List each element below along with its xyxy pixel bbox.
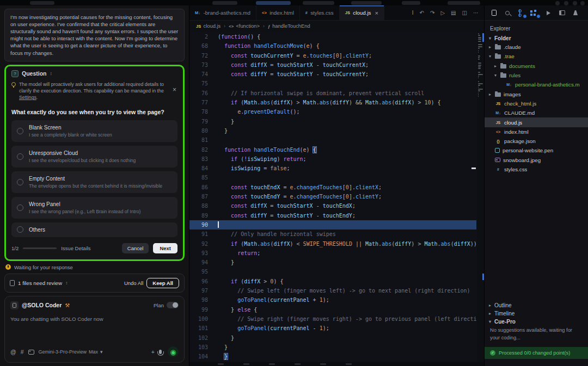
settings-link[interactable]: Settings — [19, 95, 36, 100]
option-wrong-panel[interactable]: Wrong PanelI see the wrong panel (e.g., … — [11, 197, 177, 219]
record-button[interactable]: ◉ — [168, 346, 179, 357]
code-line[interactable]: 2(function() { — [189, 32, 476, 41]
code-line[interactable]: 73 const diffX = touchStartX - touchCurr… — [189, 60, 476, 70]
code-line[interactable]: 99 } else { — [189, 305, 476, 314]
close-icon[interactable]: × — [171, 81, 177, 98]
code-line[interactable]: 94 } — [189, 258, 476, 267]
option-others[interactable]: Others — [11, 222, 177, 237]
radio-button[interactable] — [17, 153, 23, 160]
split-editor-icon[interactable]: ◫ — [462, 10, 467, 16]
more-actions-icon[interactable]: ⋯ — [473, 10, 479, 16]
code-line[interactable]: 68 function handleTouchMove(e) { — [189, 41, 476, 51]
code-line[interactable]: 74 const diffY = touchStartY - touchCurr… — [189, 70, 476, 79]
code-line[interactable]: 103 } — [189, 343, 476, 352]
search-icon[interactable] — [503, 8, 512, 18]
code-editor[interactable]: 2(function() {68 function handleTouchMov… — [189, 32, 484, 362]
option-blank-screen[interactable]: Blank ScreenI see a completely blank or … — [11, 120, 177, 142]
breadcrumb-item[interactable]: JScloud.js — [196, 23, 220, 29]
keep-all-button[interactable]: Keep All — [146, 278, 179, 288]
tab-styles-css[interactable]: #styles.css — [300, 5, 340, 20]
tree-item-images[interactable]: ▸images — [485, 89, 588, 98]
code-line[interactable]: 102 } — [189, 333, 476, 343]
code-line[interactable]: 79 } — [189, 117, 476, 126]
tree-item-snowboard-jpeg[interactable]: snowboard.jpeg — [485, 156, 588, 165]
code-line[interactable]: 85 — [189, 173, 476, 182]
undo-all-button[interactable]: Undo All — [124, 280, 143, 286]
extensions-icon[interactable] — [530, 8, 540, 18]
tree-item-personal-website-pen[interactable]: personal-website.pen — [485, 146, 588, 155]
code-line[interactable]: 100 // Swipe right (finger moves right) … — [189, 314, 476, 324]
tree-item-cloud-js[interactable]: JScloud.js — [485, 117, 588, 127]
code-line[interactable]: 77 if (Math.abs(diffX) > Math.abs(diffY)… — [189, 98, 476, 107]
layout-icon[interactable] — [557, 8, 567, 18]
breadcrumb-item[interactable]: <><function> — [229, 23, 260, 29]
code-line[interactable]: 72 const touchCurrentY = e.touches[0].cl… — [189, 51, 476, 60]
tree-item-documents[interactable]: ▸documents — [485, 61, 588, 71]
radio-button[interactable] — [17, 128, 23, 134]
code-line[interactable]: 84 isSwiping = false; — [189, 164, 476, 173]
notebook-icon[interactable]: ▤ — [451, 10, 456, 16]
tree-item-index-html[interactable]: <>index.html — [485, 127, 588, 137]
code-line[interactable]: 101 goToPanel(currentPanel - 1); — [189, 324, 476, 333]
tree-item-styles-css[interactable]: #styles.css — [485, 165, 588, 174]
radio-button[interactable] — [17, 179, 23, 185]
back-icon[interactable]: ↶ — [420, 10, 424, 16]
tree-item-check-html-js[interactable]: JScheck_html.js — [485, 99, 588, 108]
tree-item-claude[interactable]: ▸.claude — [485, 42, 588, 52]
radio-button[interactable] — [17, 226, 23, 233]
cuepro-section[interactable]: ▾ Cue-Pro — [485, 318, 588, 326]
run-debug-icon[interactable] — [543, 8, 553, 18]
code-line[interactable]: 87 const touchEndY = e.changedTouches[0]… — [189, 192, 476, 201]
option-unresponsive-cloud[interactable]: Unresponsive CloudI see the envelope/clo… — [11, 146, 177, 168]
code-line[interactable]: 88 const diffX = touchStartX - touchEndX… — [189, 201, 476, 210]
run-icon[interactable]: ▷ — [440, 10, 445, 16]
cancel-button[interactable]: Cancel — [122, 243, 149, 253]
plan-toggle[interactable] — [167, 302, 179, 308]
code-line[interactable]: 90 — [189, 220, 476, 229]
code-line[interactable]: 76 // If horizontal swipe is dominant, p… — [189, 89, 476, 98]
tree-item-trae[interactable]: ▾.trae — [485, 52, 588, 61]
code-line[interactable]: 92 if (Math.abs(diffX) < SWIPE_THRESHOLD… — [189, 239, 476, 249]
workspace-section[interactable]: ▾ Folder — [485, 34, 588, 42]
model-selector[interactable]: Gemini-3-Pro-Preview Max ▾ — [39, 349, 103, 355]
text-cursor-icon[interactable]: I — [412, 10, 414, 16]
code-line[interactable]: 93 return; — [189, 249, 476, 258]
radio-button[interactable] — [17, 204, 23, 211]
outline-section[interactable]: ▸ Outline — [485, 301, 588, 309]
expand-icon[interactable]: ↕ — [65, 281, 68, 286]
code-line[interactable]: 91 // Only handle horizontal swipes — [189, 229, 476, 239]
close-tab-icon[interactable]: × — [375, 10, 378, 16]
source-control-icon[interactable] — [516, 8, 526, 18]
option-empty-content[interactable]: Empty ContentThe envelope opens but the … — [11, 171, 177, 193]
code-line[interactable]: 82 function handleTouchEnd(e) { — [189, 145, 476, 154]
code-line[interactable]: 80 } — [189, 126, 476, 135]
files-icon[interactable] — [489, 8, 499, 18]
attach-image-icon[interactable] — [28, 350, 34, 355]
code-line[interactable]: 95 — [189, 267, 476, 276]
tree-item-claude-md[interactable]: M↓CLAUDE.md — [485, 108, 588, 117]
test-icon[interactable] — [571, 8, 580, 18]
code-line[interactable]: 75 — [189, 79, 476, 88]
code-line[interactable]: 98 goToPanel(currentPanel + 1); — [189, 295, 476, 305]
code-line[interactable]: 96 if (diffX > 0) { — [189, 277, 476, 286]
code-line[interactable]: 83 if (!isSwiping) return; — [189, 154, 476, 164]
tab-index-html[interactable]: <>index.html — [256, 5, 300, 20]
forward-icon[interactable]: ↷ — [430, 10, 434, 16]
code-line[interactable]: 97 // Swipe left (finger moves left) -> … — [189, 286, 476, 295]
mic-icon[interactable] — [159, 350, 162, 354]
breadcrumb-item[interactable]: ƒhandleTouchEnd — [268, 23, 310, 29]
hash-icon[interactable]: # — [21, 349, 24, 355]
sort-icon[interactable]: ↕ — [50, 71, 53, 76]
code-line[interactable]: 78 e.preventDefault(); — [189, 107, 476, 116]
tree-item-rules[interactable]: ▾rules — [485, 71, 588, 80]
tree-item-package-json[interactable]: {}package.json — [485, 137, 588, 146]
timeline-section[interactable]: ▸ Timeline — [485, 309, 588, 318]
code-line[interactable]: 81 — [189, 135, 476, 145]
code-line[interactable]: 86 const touchEndX = e.changedTouches[0]… — [189, 183, 476, 192]
code-line[interactable]: 89 const diffY = touchStartY - touchEndY… — [189, 211, 476, 220]
tab-cloud-js[interactable]: JScloud.js× — [340, 5, 384, 20]
mention-icon[interactable]: @ — [10, 349, 16, 355]
tab-brand-asthetics-md[interactable]: M↓-brand-asthetics.md — [189, 5, 256, 20]
minimap[interactable] — [477, 32, 484, 362]
next-button[interactable]: Next — [153, 243, 177, 253]
